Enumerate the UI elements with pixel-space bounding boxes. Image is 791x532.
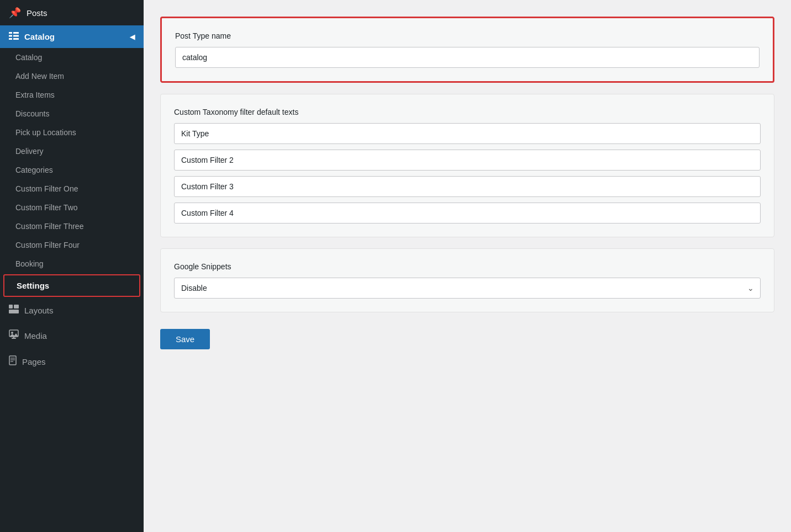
google-snippets-label: Google Snippets <box>174 262 761 271</box>
layouts-icon <box>9 305 19 316</box>
sidebar-item-posts[interactable]: 📌 Posts <box>0 0 144 25</box>
svg-rect-4 <box>13 35 19 37</box>
svg-rect-2 <box>9 38 12 40</box>
catalog-icon <box>9 31 19 42</box>
svg-rect-7 <box>14 305 19 308</box>
sidebar-item-layouts[interactable]: Layouts <box>0 298 144 323</box>
taxonomy-filter-inputs <box>174 123 761 224</box>
svg-rect-12 <box>12 338 16 339</box>
svg-rect-5 <box>13 38 19 40</box>
sidebar-item-settings[interactable]: Settings <box>4 275 139 296</box>
sidebar-item-booking[interactable]: Booking <box>0 254 144 273</box>
svg-rect-6 <box>9 305 13 308</box>
sidebar-item-media[interactable]: Media <box>0 323 144 349</box>
svg-rect-3 <box>13 32 19 34</box>
svg-rect-14 <box>9 356 16 365</box>
posts-icon: 📌 <box>9 7 21 19</box>
sidebar-item-catalog-header[interactable]: Catalog ◀ <box>0 25 144 48</box>
google-snippets-panel: Google Snippets Disable Enable ⌄ <box>160 248 774 312</box>
sidebar-submenu: Catalog Add New Item Extra Items Discoun… <box>0 48 144 298</box>
catalog-label: Catalog <box>24 32 55 41</box>
svg-rect-13 <box>13 337 14 338</box>
sidebar: 📌 Posts Catalog ◀ Catalog Add New Item E… <box>0 0 144 532</box>
sidebar-item-custom-filter-two[interactable]: Custom Filter Two <box>0 198 144 217</box>
media-label: Media <box>24 331 47 341</box>
catalog-arrow-icon: ◀ <box>130 33 135 41</box>
taxonomy-filter-panel: Custom Taxonomy filter default texts <box>160 94 774 237</box>
sidebar-item-categories[interactable]: Categories <box>0 161 144 179</box>
layouts-label: Layouts <box>24 306 54 315</box>
taxonomy-filter-input-2[interactable] <box>174 150 761 171</box>
sidebar-item-custom-filter-one[interactable]: Custom Filter One <box>0 179 144 198</box>
svg-rect-1 <box>9 35 12 37</box>
svg-rect-8 <box>9 310 19 313</box>
post-type-panel: Post Type name <box>160 17 774 83</box>
sidebar-item-extra-items[interactable]: Extra Items <box>0 86 144 104</box>
main-content: Post Type name Custom Taxonomy filter de… <box>144 0 791 532</box>
google-snippets-select-wrapper: Disable Enable ⌄ <box>174 278 761 299</box>
save-button[interactable]: Save <box>160 329 210 349</box>
sidebar-item-delivery[interactable]: Delivery <box>0 142 144 161</box>
sidebar-item-add-new-item[interactable]: Add New Item <box>0 67 144 86</box>
taxonomy-filter-label: Custom Taxonomy filter default texts <box>174 108 761 116</box>
sidebar-item-custom-filter-four[interactable]: Custom Filter Four <box>0 236 144 254</box>
post-type-input[interactable] <box>175 47 760 68</box>
sidebar-item-custom-filter-three[interactable]: Custom Filter Three <box>0 217 144 236</box>
media-icon <box>9 329 19 342</box>
svg-point-10 <box>11 332 13 334</box>
sidebar-settings-wrapper: Settings <box>3 274 140 297</box>
taxonomy-filter-input-3[interactable] <box>174 176 761 197</box>
taxonomy-filter-input-4[interactable] <box>174 203 761 224</box>
post-type-label: Post Type name <box>175 31 760 40</box>
svg-marker-11 <box>9 333 18 337</box>
posts-label: Posts <box>27 8 48 18</box>
sidebar-item-pages[interactable]: Pages <box>0 349 144 375</box>
taxonomy-filter-input-1[interactable] <box>174 123 761 144</box>
sidebar-item-discounts[interactable]: Discounts <box>0 104 144 123</box>
sidebar-item-catalog[interactable]: Catalog <box>0 48 144 67</box>
pages-label: Pages <box>22 357 46 366</box>
svg-rect-0 <box>9 32 12 34</box>
sidebar-item-pickup-locations[interactable]: Pick up Locations <box>0 123 144 142</box>
pages-icon <box>9 355 17 368</box>
google-snippets-select[interactable]: Disable Enable <box>174 278 761 299</box>
